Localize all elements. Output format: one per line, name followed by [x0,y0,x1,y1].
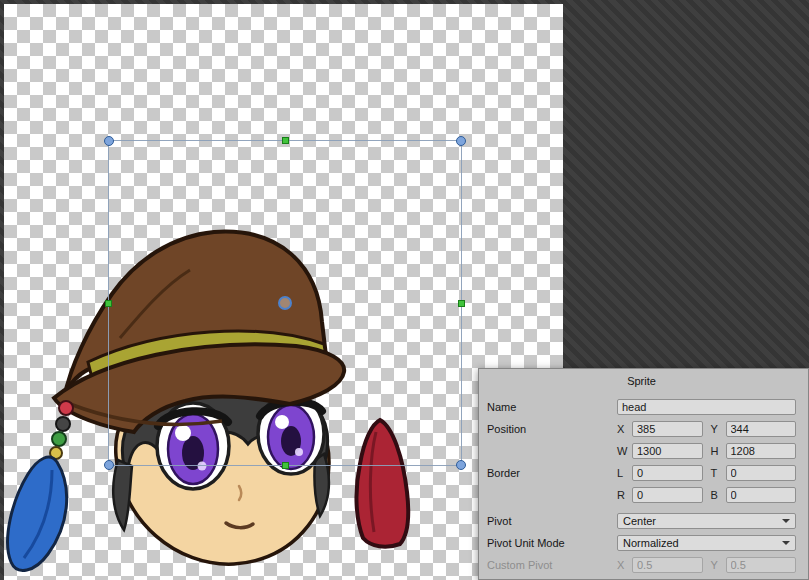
pivot-label: Pivot [487,515,617,527]
position-x-input[interactable] [632,421,703,437]
handle-top-middle[interactable] [282,137,289,144]
border-row-rb: R B [487,485,796,504]
handle-bottom-right[interactable] [456,460,466,470]
position-label: Position [487,423,617,435]
name-label: Name [487,401,617,413]
bead-green [52,432,66,446]
border-row-lt: Border L T [487,463,796,482]
position-y-prefix: Y [711,423,722,435]
custom-pivot-row: Custom Pivot X Y [487,555,796,574]
border-l-prefix: L [617,467,628,479]
position-row-wh: W H [487,441,796,460]
border-t-input[interactable] [726,465,797,481]
sprite-editor-window: Sprite Name Position X Y [0,0,809,580]
chevron-down-icon [782,519,790,523]
border-r-input[interactable] [632,487,703,503]
position-w-input[interactable] [632,443,703,459]
pivot-indicator[interactable] [278,296,292,310]
bead-dark [56,417,70,431]
position-h-prefix: H [711,445,722,457]
border-b-prefix: B [711,489,722,501]
position-h-input[interactable] [726,443,797,459]
pivot-dropdown-value: Center [623,515,656,527]
handle-top-left[interactable] [104,136,114,146]
hair-side-left [113,460,132,530]
pivot-row: Pivot Center [487,511,796,530]
handle-top-right[interactable] [456,136,466,146]
pivot-unit-mode-label: Pivot Unit Mode [487,537,617,549]
position-y-input[interactable] [726,421,797,437]
position-x-prefix: X [617,423,628,435]
border-label: Border [487,467,617,479]
border-r-prefix: R [617,489,628,501]
position-w-prefix: W [617,445,628,457]
handle-bottom-left[interactable] [104,460,114,470]
name-input[interactable] [617,399,796,415]
handle-bottom-middle[interactable] [282,462,289,469]
border-l-input[interactable] [632,465,703,481]
pivot-unit-mode-dropdown-value: Normalized [623,537,679,549]
custom-pivot-label: Custom Pivot [487,559,617,571]
custom-pivot-x-prefix: X [617,559,628,571]
chevron-down-icon [782,541,790,545]
border-b-input[interactable] [726,487,797,503]
handle-right-middle[interactable] [458,300,465,307]
name-row: Name [487,397,796,416]
position-row-xy: Position X Y [487,419,796,438]
bead-red [59,401,73,415]
pivot-dropdown[interactable]: Center [617,513,796,529]
pivot-unit-mode-row: Pivot Unit Mode Normalized [487,533,796,552]
custom-pivot-x-input [632,557,703,573]
sprite-inspector-panel: Sprite Name Position X Y [478,368,809,580]
handle-left-middle[interactable] [105,300,112,307]
feather [8,457,67,570]
border-t-prefix: T [711,467,722,479]
pivot-unit-mode-dropdown[interactable]: Normalized [617,535,796,551]
custom-pivot-y-prefix: Y [711,559,722,571]
panel-title: Sprite [487,373,796,389]
custom-pivot-y-input [726,557,797,573]
